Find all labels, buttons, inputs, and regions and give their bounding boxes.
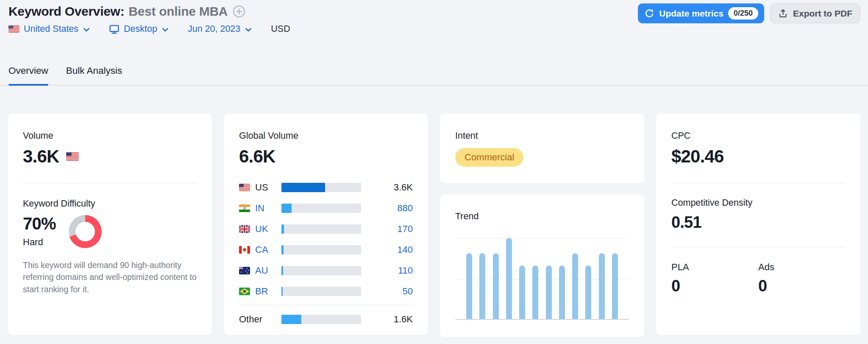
trend-bar xyxy=(479,253,485,319)
pla-block: PLA 0 xyxy=(671,262,758,295)
trend-bar xyxy=(506,238,512,319)
card-divider xyxy=(671,183,845,183)
trend-bar xyxy=(519,266,525,319)
in-flag-icon xyxy=(239,204,250,212)
country-volume-bar xyxy=(281,183,361,192)
chart-baseline xyxy=(455,319,629,320)
country-volume-link[interactable]: 50 xyxy=(361,286,413,297)
country-volume-bar xyxy=(281,224,361,234)
other-label: Other xyxy=(239,314,281,325)
trend-bar xyxy=(493,253,499,319)
filter-bar: United States Desktop Jun 20, 2023 USD xyxy=(8,24,290,34)
trend-bar xyxy=(599,253,605,319)
competitive-density-label: Competitive Density xyxy=(671,198,845,208)
country-filter-value: United States xyxy=(24,24,78,34)
pla-label: PLA xyxy=(671,262,758,273)
us-flag-icon xyxy=(8,25,19,33)
keyword-difficulty-level: Hard xyxy=(23,237,56,248)
us-flag-icon xyxy=(66,152,79,161)
country-volume-link[interactable]: 880 xyxy=(361,203,413,214)
country-row-au: AU 110 xyxy=(239,260,413,281)
ads-label: Ads xyxy=(758,262,845,273)
date-filter-value: Jun 20, 2023 xyxy=(188,24,240,34)
keyword-difficulty-value: 70% xyxy=(23,214,56,233)
header-actions: Update metrics 0/250 Export to PDF xyxy=(638,3,860,23)
intent-label: Intent xyxy=(455,131,629,141)
trend-bar xyxy=(572,253,578,319)
country-code-link[interactable]: UK xyxy=(255,224,281,235)
device-filter-dropdown[interactable]: Desktop xyxy=(109,24,168,34)
global-volume-label: Global Volume xyxy=(239,131,413,141)
country-code: US xyxy=(255,182,281,193)
ads-block: Ads 0 xyxy=(758,262,845,295)
country-row-in: IN 880 xyxy=(239,198,413,218)
country-code-link[interactable]: BR xyxy=(255,286,281,297)
competitive-density-value: 0.51 xyxy=(671,213,845,232)
us-flag-icon xyxy=(239,184,250,191)
add-keyword-button[interactable] xyxy=(233,5,245,18)
country-row-us: US 3.6K xyxy=(239,177,413,198)
country-volume-bar xyxy=(281,266,361,275)
country-volume-list: US 3.6K IN 880 UK xyxy=(239,177,413,330)
country-volume-bar xyxy=(281,245,361,255)
country-row-ca: CA 140 xyxy=(239,239,413,260)
currency-label: USD xyxy=(271,24,290,34)
keyword-difficulty-description: This keyword will demand 90 high-authori… xyxy=(23,259,197,295)
country-row-other: Other 1.6K xyxy=(239,309,413,330)
plus-circle-icon xyxy=(233,5,245,18)
global-volume-card: Global Volume 6.6K US 3.6K IN xyxy=(224,114,428,335)
trend-bar xyxy=(466,253,472,319)
country-row-uk: UK 170 xyxy=(239,218,413,239)
country-code-link[interactable]: CA xyxy=(255,244,281,255)
desktop-monitor-icon xyxy=(109,24,120,34)
refresh-icon xyxy=(645,8,654,18)
card-divider xyxy=(671,247,845,247)
volume-difficulty-card: Volume 3.6K K xyxy=(8,114,212,335)
chevron-down-icon xyxy=(162,28,168,32)
date-filter-dropdown[interactable]: Jun 20, 2023 xyxy=(188,24,251,34)
ca-flag-icon xyxy=(239,246,250,254)
country-code-link[interactable]: IN xyxy=(255,203,281,214)
metrics-grid: Volume 3.6K K xyxy=(8,114,860,337)
country-volume-bar xyxy=(281,287,361,296)
update-metrics-button[interactable]: Update metrics 0/250 xyxy=(638,3,764,23)
page-title: Keyword Overview: xyxy=(8,4,124,19)
trend-bar xyxy=(612,253,618,319)
country-volume-link[interactable]: 140 xyxy=(361,244,413,255)
uk-flag-icon xyxy=(239,225,250,233)
country-volume-value: 1.6K xyxy=(361,314,413,325)
trend-bar xyxy=(546,266,552,319)
update-counter-badge: 0/250 xyxy=(728,7,758,20)
chevron-down-icon xyxy=(245,28,251,32)
country-volume-link[interactable]: 170 xyxy=(361,224,413,235)
country-code-link[interactable]: AU xyxy=(255,265,281,276)
country-volume-link[interactable]: 110 xyxy=(361,265,413,276)
tab-bar: Overview Bulk Analysis xyxy=(0,64,868,86)
difficulty-donut xyxy=(69,215,102,248)
country-volume-bar xyxy=(281,204,361,213)
trend-bar xyxy=(532,266,538,319)
volume-value: 3.6K xyxy=(23,146,59,167)
cpc-label: CPC xyxy=(671,131,845,141)
header: Keyword Overview: Best online MBA xyxy=(8,4,245,19)
pla-value: 0 xyxy=(671,277,758,295)
trend-bar xyxy=(585,266,591,319)
au-flag-icon xyxy=(239,267,250,274)
tab-overview[interactable]: Overview xyxy=(8,64,48,85)
device-filter-value: Desktop xyxy=(124,24,157,34)
country-row-br: BR 50 xyxy=(239,281,413,302)
br-flag-icon xyxy=(239,288,250,295)
tab-bulk-analysis[interactable]: Bulk Analysis xyxy=(66,64,122,85)
cpc-card: CPC $20.46 Competitive Density 0.51 PLA … xyxy=(656,114,860,335)
country-volume-bar xyxy=(281,315,361,324)
country-filter-dropdown[interactable]: United States xyxy=(8,24,89,34)
cpc-value: $20.46 xyxy=(671,146,724,167)
export-pdf-button[interactable]: Export to PDF xyxy=(770,3,860,23)
ads-value: 0 xyxy=(758,277,845,295)
page-keyword: Best online MBA xyxy=(128,4,228,19)
trend-chart-bars xyxy=(466,238,618,319)
intent-card: Intent Commercial xyxy=(440,114,644,183)
intent-badge: Commercial xyxy=(455,148,523,167)
global-volume-value: 6.6K xyxy=(239,146,275,167)
export-icon xyxy=(778,8,788,18)
